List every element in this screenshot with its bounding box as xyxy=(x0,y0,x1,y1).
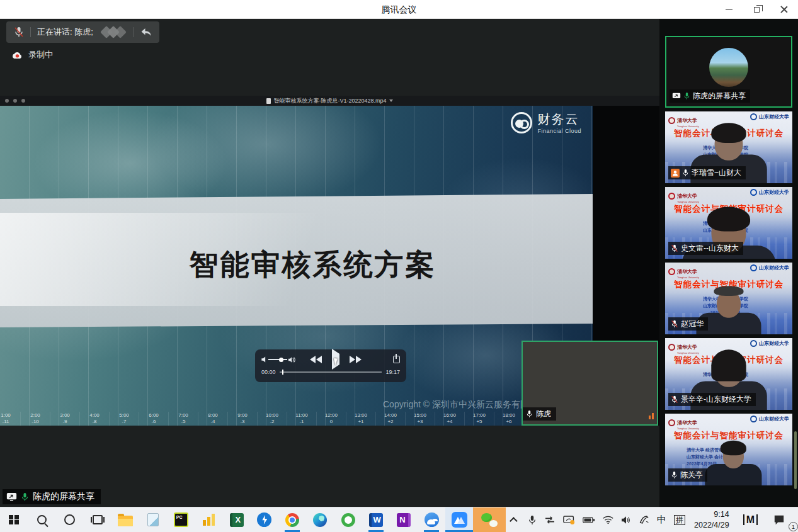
cloud-record-icon xyxy=(11,51,23,59)
rewind-button[interactable] xyxy=(310,356,322,363)
tencent-meeting-button[interactable] xyxy=(445,507,473,532)
fast-forward-button[interactable] xyxy=(350,356,362,363)
mic-muted-icon xyxy=(671,244,678,252)
show-hidden-icons-button[interactable] xyxy=(506,507,524,532)
mic-on-green-icon xyxy=(683,92,690,100)
ime-language-button[interactable]: 中 xyxy=(653,507,670,532)
task-view-button[interactable] xyxy=(84,507,111,532)
powerbi-button[interactable] xyxy=(195,507,222,532)
powerbi-icon xyxy=(203,514,215,526)
cortana-button[interactable] xyxy=(55,507,83,532)
edge-button[interactable] xyxy=(306,507,334,532)
tray-sync-button[interactable] xyxy=(540,507,559,532)
meeting-watermark-icon xyxy=(100,26,127,38)
search-button[interactable] xyxy=(28,507,55,532)
meeting-main: 正在讲话: 陈虎; 录制中 智能 xyxy=(0,19,798,507)
windows-logo-icon xyxy=(9,515,19,525)
excel-icon: X xyxy=(230,513,244,527)
taskbar-clock[interactable]: 9:142022/4/29 xyxy=(689,507,734,532)
volume-slider[interactable] xyxy=(268,359,287,360)
recording-label: 录制中 xyxy=(28,49,53,60)
volume-high-icon[interactable] xyxy=(288,356,296,363)
mic-muted-icon[interactable] xyxy=(14,26,24,38)
cloud-logo-icon xyxy=(511,112,532,133)
participant-tile[interactable]: 清华大学Tsinghua University 山东财经大学 智能会计与智能审计… xyxy=(665,111,792,183)
participant-silhouette xyxy=(705,444,761,485)
onenote-button[interactable]: N xyxy=(390,507,418,532)
presenter-name: 陈虎 xyxy=(536,409,551,419)
timezone-cell: 16:00+4 xyxy=(435,412,465,426)
elapsed-time: 00:00 xyxy=(261,369,276,375)
participant-name: 赵冠华 xyxy=(681,319,704,329)
speaker-icon xyxy=(621,516,631,524)
system-tray: 中 拼 9:142022/4/29 M 1 xyxy=(524,507,798,532)
mic-on-icon xyxy=(682,169,689,177)
pycharm-button[interactable]: PC xyxy=(167,507,195,532)
reply-arrow-icon[interactable] xyxy=(140,27,152,37)
clock-time: 9:14 xyxy=(714,510,729,519)
lightning-app-button[interactable] xyxy=(251,507,278,532)
screen-share-view: 智能审核系统方案-陈虎总-V1-20220428.mp4 财务云 Financi… xyxy=(0,96,659,426)
timezone-cell: 2:00-10 xyxy=(21,412,50,426)
participant-tile[interactable]: 清华大学Tsinghua University 山东财经大学 智能会计与智能审计… xyxy=(665,187,792,259)
chevron-down-icon xyxy=(389,99,393,102)
m-app-button[interactable]: M xyxy=(734,507,767,532)
audio-level-icon xyxy=(649,413,654,419)
sdufe-seal-icon xyxy=(750,264,757,271)
participant-tile[interactable]: 清华大学Tsinghua University 山东财经大学 智能会计与智能审计… xyxy=(665,338,792,410)
timezone-cell: 8:00-4 xyxy=(198,412,228,426)
task-view-icon xyxy=(93,515,103,524)
participant-name: 陈虎的屏幕共享 xyxy=(693,91,746,101)
sdufe-seal-icon xyxy=(750,416,757,422)
close-button[interactable] xyxy=(770,0,798,19)
tray-pen-button[interactable] xyxy=(635,507,653,532)
participant-tile-screen-share[interactable]: 陈虎的屏幕共享 xyxy=(665,36,792,108)
restore-button[interactable] xyxy=(743,0,770,19)
tray-battery-button[interactable] xyxy=(579,507,599,532)
word-icon: W xyxy=(369,513,383,527)
speaking-label: 正在讲话: 陈虎; xyxy=(37,26,93,38)
tencent-meeting-icon xyxy=(452,512,467,528)
minimize-icon xyxy=(726,9,732,10)
toolbar-divider xyxy=(30,27,31,37)
sidebar-scrollbar[interactable] xyxy=(794,431,797,489)
play-button[interactable] xyxy=(332,354,339,365)
seek-bar[interactable] xyxy=(280,371,382,373)
tsinghua-seal-icon xyxy=(668,193,675,200)
share-export-icon[interactable] xyxy=(393,356,400,363)
action-center-button[interactable]: 1 xyxy=(767,507,795,532)
ime-mode-button[interactable]: 拼 xyxy=(670,507,689,532)
file-explorer-button[interactable] xyxy=(111,507,139,532)
volume-low-icon[interactable] xyxy=(261,356,267,363)
tsinghua-seal-icon xyxy=(668,344,675,351)
timezone-cell: 10:00-2 xyxy=(258,412,287,426)
presenter-camera-overlay[interactable]: 陈虎 xyxy=(522,341,658,426)
cloud-app-button[interactable] xyxy=(418,507,445,532)
video-player-controls: 00:00 19:17 xyxy=(255,349,406,382)
wechat-button[interactable] xyxy=(473,507,505,532)
chrome-button[interactable] xyxy=(278,507,306,532)
participant-tile[interactable]: 清华大学Tsinghua University 山东财经大学 智能会计与智能审计… xyxy=(665,263,792,334)
tray-volume-button[interactable] xyxy=(617,507,635,532)
participant-name: 史文雷--山东财大 xyxy=(681,243,739,254)
excel-button[interactable]: X xyxy=(223,507,251,532)
total-duration: 19:17 xyxy=(385,369,400,375)
tray-wifi-button[interactable] xyxy=(599,507,617,532)
ring-app-button[interactable] xyxy=(334,507,362,532)
tsinghua-seal-icon xyxy=(668,419,675,426)
green-ring-icon xyxy=(341,513,355,527)
wifi-icon xyxy=(603,516,613,524)
notepad-button[interactable] xyxy=(139,507,167,532)
minimize-button[interactable] xyxy=(715,0,743,19)
timezone-cell: 12:000 xyxy=(317,412,346,426)
pycharm-icon: PC xyxy=(174,512,188,527)
folder-icon xyxy=(118,516,133,526)
word-button[interactable]: W xyxy=(362,507,390,532)
brand-name: 财务云 xyxy=(537,111,581,128)
battery-icon xyxy=(583,516,595,524)
participant-tile[interactable]: 清华大学Tsinghua University 山东财经大学 智能会计与智能审计… xyxy=(665,414,792,485)
tray-screenshare-button[interactable] xyxy=(559,507,579,532)
start-button[interactable] xyxy=(0,507,28,532)
tray-mic-button[interactable] xyxy=(524,507,540,532)
recording-indicator[interactable]: 录制中 xyxy=(11,49,53,60)
